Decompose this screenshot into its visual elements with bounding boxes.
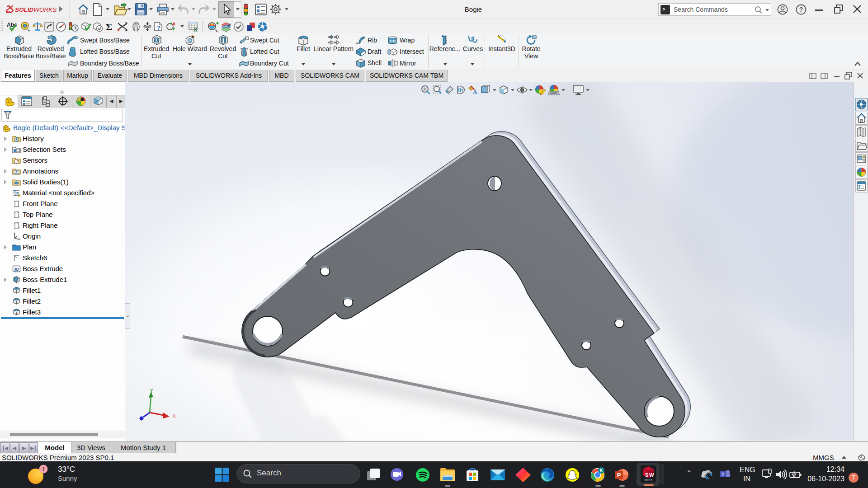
svg-text:SOLIDWORKS: SOLIDWORKS: [15, 6, 57, 13]
svg-text:T: T: [722, 472, 725, 477]
svg-text:P: P: [617, 472, 621, 479]
svg-text:X: X: [172, 413, 176, 419]
svg-text:X: X: [193, 26, 198, 32]
svg-text:#: #: [228, 22, 231, 28]
svg-text:A: A: [15, 170, 18, 175]
svg-text:2023: 2023: [644, 478, 652, 482]
svg-text:S: S: [645, 472, 648, 478]
svg-text:CD: CD: [390, 39, 396, 43]
svg-text:Σ: Σ: [106, 21, 112, 33]
svg-text:K: K: [599, 468, 603, 473]
svg-text:A: A: [473, 89, 477, 95]
svg-text:1: 1: [42, 466, 45, 473]
svg-text:W: W: [649, 472, 654, 478]
svg-text:?: ?: [157, 24, 160, 31]
svg-text:?: ?: [799, 6, 803, 13]
svg-text:3D: 3D: [14, 267, 19, 272]
